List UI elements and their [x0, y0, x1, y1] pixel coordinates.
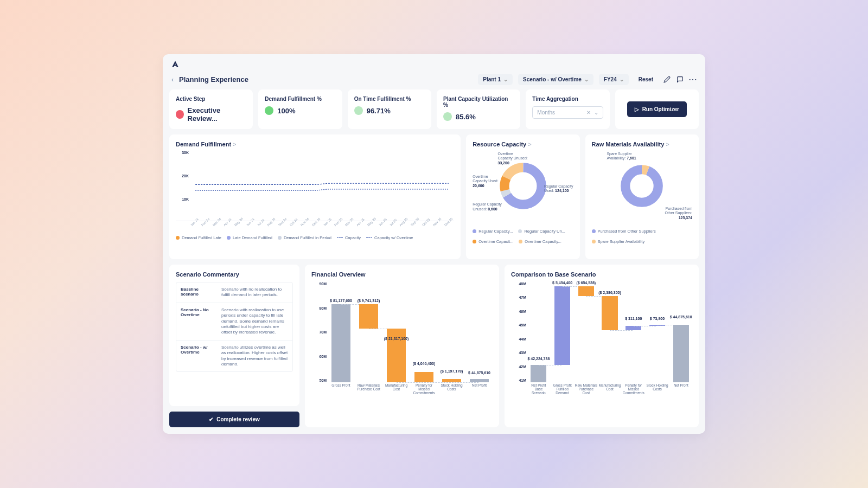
chevron-down-icon: ⌄: [594, 110, 598, 115]
status-dot: [176, 110, 184, 119]
resource-donut: OvertimeCapacity Unused:33,200 OvertimeC…: [473, 151, 573, 221]
raw-donut: Spare SupplierAvailability: 7,601 Purcha…: [592, 151, 692, 221]
page-title: Planning Experience: [179, 75, 473, 84]
demand-bar-chart: 30K20K10K: [176, 151, 454, 221]
status-dot: [265, 106, 273, 115]
time-aggregation: Time Aggregation Months✕⌄: [526, 89, 609, 129]
resource-capacity-card: Resource Capacity OvertimeCapacity Unuse…: [466, 134, 579, 259]
card-title: Scenario Commentary: [176, 271, 293, 278]
optimizer-card: ▷Run Optimizer: [615, 89, 699, 129]
comparison-card: Comparison to Base Scenario 48M47M46M45M…: [505, 265, 699, 427]
complete-review-button[interactable]: ✔Complete review: [169, 412, 299, 427]
check-icon: ✔: [209, 416, 213, 422]
status-dot: [354, 106, 363, 115]
clear-icon[interactable]: ✕: [586, 110, 591, 115]
back-icon[interactable]: ‹: [171, 76, 174, 84]
card-title[interactable]: Resource Capacity: [473, 141, 573, 147]
card-title: Financial Overview: [311, 271, 493, 278]
card-title: Comparison to Base Scenario: [511, 271, 692, 278]
fy-select[interactable]: FY24: [599, 74, 629, 85]
scenario-commentary-card: Scenario Commentary Baseline scenarioSce…: [169, 265, 299, 406]
run-optimizer-button[interactable]: ▷Run Optimizer: [627, 101, 687, 117]
scenario-select[interactable]: Scenario - w/ Overtime: [518, 74, 593, 85]
kpi-value: Executive Review...: [188, 106, 247, 123]
edit-icon[interactable]: [663, 76, 671, 84]
card-title[interactable]: Demand Fulfillment: [176, 141, 454, 147]
kpi-demand: Demand Fulfillment % 100%: [258, 89, 342, 129]
kpi-capacity: Plant Capacity Utilization % 85.6%: [437, 89, 520, 129]
card-title[interactable]: Raw Materials Availability: [592, 141, 692, 147]
commentary-table: Baseline scenarioScenario with no reallo…: [176, 282, 293, 372]
logo: [171, 60, 179, 69]
demand-fulfillment-card: Demand Fulfillment 30K20K10K Jan 24Feb 2…: [169, 134, 461, 259]
demand-legend: Demand Fulfilled LateLate Demand Fulfill…: [176, 235, 454, 240]
svg-point-4: [626, 170, 659, 203]
app-window: ‹ Planning Experience Plant 1 Scenario -…: [163, 54, 705, 434]
comment-icon[interactable]: [676, 76, 684, 84]
page-header: ‹ Planning Experience Plant 1 Scenario -…: [163, 69, 705, 89]
status-dot: [443, 112, 452, 121]
play-icon: ▷: [635, 106, 639, 112]
reset-button[interactable]: Reset: [634, 74, 658, 85]
plant-select[interactable]: Plant 1: [478, 74, 513, 85]
kpi-ontime: On Time Fulfillment % 96.71%: [348, 89, 431, 129]
raw-materials-card: Raw Materials Availability Spare Supplie…: [585, 134, 699, 259]
kpi-title: Active Step: [176, 96, 246, 102]
financial-overview-card: Financial Overview 90M80M70M60M50M $ 81,…: [305, 265, 499, 427]
time-aggregation-select[interactable]: Months✕⌄: [532, 106, 603, 119]
more-icon[interactable]: ⋯: [689, 76, 697, 84]
kpi-active-step: Active Step Executive Review...: [169, 89, 253, 129]
